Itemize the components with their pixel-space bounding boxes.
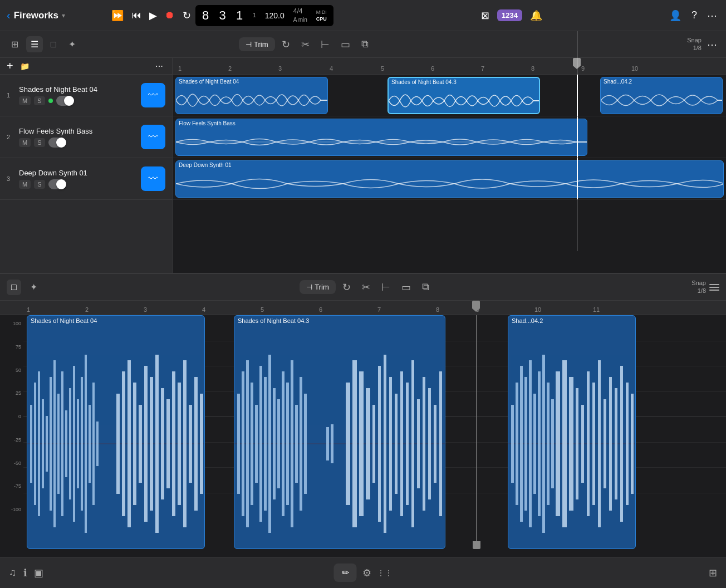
track-number-2: 2 [7,134,14,140]
svg-rect-63 [400,371,403,516]
info-button[interactable]: ℹ [23,567,27,579]
audio-clip-1-3[interactable]: Shad...04.2 [600,77,723,114]
eq-button[interactable]: ⋮⋮ [377,569,393,577]
track-thumb-2[interactable]: 〰 [141,125,165,149]
pencil-button[interactable]: ✏ [334,564,357,582]
record-settings-button[interactable]: ⊠ [479,7,492,24]
volume-knob-2[interactable] [48,138,66,148]
panel-button[interactable]: ▣ [34,567,43,579]
grid-view-button[interactable]: ⊞ [7,36,23,52]
skip-back-button[interactable]: ⏮ [131,9,141,21]
svg-rect-16 [89,405,91,483]
detail-window-button[interactable]: □ [7,280,21,295]
time-display[interactable]: 8 3 1 1 120.0 4/4 A min MIDI CPU [195,5,333,26]
detail-copy-button[interactable]: ⧉ [418,278,434,296]
solo-button-2[interactable]: S [34,138,45,147]
svg-rect-45 [277,399,280,488]
audio-clip-2-1[interactable]: Flow Feels Synth Bass [175,119,587,156]
trim-button[interactable]: ⊣ Trim [239,37,275,51]
detail-select-button[interactable]: ▭ [397,278,415,296]
detail-toolbar-right: Snap 1/8 [691,280,719,294]
header-left: ‹ Fireworks ▾ [7,9,96,22]
window-view-button[interactable]: □ [46,37,61,52]
svg-rect-73 [516,383,518,505]
mute-button-1[interactable]: M [19,96,31,105]
track-lane-2[interactable]: Flow Feels Synth Bass [173,116,726,158]
y-label-75: 75 [2,344,21,350]
detail-ruler[interactable]: 1 2 3 4 5 6 7 8 9 10 11 [0,301,726,315]
copy-button[interactable]: ⧉ [357,36,373,53]
bar-display: 1 [253,12,256,19]
mute-button-3[interactable]: M [19,180,31,189]
audio-clip-3-1[interactable]: Deep Down Synth 01 [175,160,724,198]
more-toolbar-button[interactable]: ⋯ [705,36,719,53]
track-thumb-1[interactable]: 〰 [141,83,165,107]
track-thumb-3[interactable]: 〰 [141,166,165,191]
svg-rect-91 [609,377,612,511]
fast-forward-button[interactable]: ⏩ [111,9,124,22]
settings-button[interactable]: ⚙ [362,567,371,579]
svg-rect-4 [42,399,44,488]
scissors-button[interactable]: ✂ [297,36,314,53]
detail-waveform-area[interactable]: 100 75 50 25 0 -25 -50 -75 -100 Shades o… [0,315,726,549]
record-button[interactable]: ⏺ [165,9,175,21]
loop-button[interactable]: ↻ [183,9,191,22]
track-area: + 📁 ⋯ 1 Shades of Night Beat 04 M S [0,58,726,273]
list-view-button[interactable]: ☰ [26,36,43,52]
svg-rect-1 [30,405,32,483]
key-badge[interactable]: 1234 [497,9,522,21]
mute-button-2[interactable]: M [19,138,31,147]
transport-controls: ⏩ ⏮ ▶ ⏺ ↻ [111,9,191,22]
hamburger-icon[interactable] [709,284,719,291]
bottom-right: ⊞ [709,567,717,579]
back-button[interactable]: ‹ [7,9,11,22]
detail-clip-3[interactable]: Shad...04.2 [508,315,636,549]
volume-knob-1[interactable] [56,96,74,106]
svg-rect-24 [144,366,148,522]
mixer-button[interactable]: ⊞ [709,567,717,579]
play-button[interactable]: ▶ [149,9,157,22]
track-lane-1[interactable]: Shades of Night Beat 04 Shades of Night … [173,75,726,116]
detail-scissors-button[interactable]: ✂ [357,278,375,296]
account-button[interactable]: 👤 [667,7,684,24]
svg-rect-50 [300,377,302,511]
project-dropdown-icon[interactable]: ▾ [62,12,65,19]
loop-tool-button[interactable]: ↻ [277,36,295,53]
svg-rect-33 [194,377,198,511]
detail-clip-2[interactable]: Shades of Night Beat 04.3 [234,315,445,549]
detail-split-button[interactable]: ⊢ [377,278,395,296]
detail-pin-button[interactable]: ✦ [26,279,42,295]
detail-playhead-line [476,315,477,549]
svg-rect-12 [73,366,75,522]
track-lane-3[interactable]: Deep Down Synth 01 [173,158,726,200]
svg-rect-90 [604,399,606,488]
volume-knob-3[interactable] [48,179,66,189]
ruler-mark-1: 1 [178,65,182,72]
track-headers: + 📁 ⋯ 1 Shades of Night Beat 04 M S [0,58,173,273]
more-options-button[interactable]: ⋯ [705,7,719,24]
detail-trim-button[interactable]: ⊣ Trim [300,280,336,294]
pin-button[interactable]: ✦ [64,36,80,52]
library-button[interactable]: ♫ [9,567,17,579]
key-sig-display: 4/4 A min [293,7,307,23]
detail-clip-1[interactable]: Shades of Night Beat 04 [27,315,205,549]
audio-clip-1-1[interactable]: Shades of Night Beat 04 [175,77,328,114]
y-label-n100: -100 [2,507,21,512]
solo-button-1[interactable]: S [34,96,45,105]
metronome-button[interactable]: 🔔 [528,7,544,24]
track-more-button[interactable]: ⋯ [153,60,165,73]
select-button[interactable]: ▭ [336,36,355,53]
detail-waveform-1 [27,327,205,549]
audio-clip-1-2[interactable]: Shades of Night Beat 04.3 [387,77,540,114]
detail-trim-icon: ⊣ [306,283,312,291]
track-folder-button[interactable]: 📁 [18,60,32,73]
timeline-ruler[interactable]: 1 2 3 4 5 6 7 8 9 10 [173,58,726,75]
detail-ruler-mark-7: 7 [377,306,381,313]
help-button[interactable]: ? [689,7,699,23]
split-button[interactable]: ⊢ [316,36,334,53]
solo-button-3[interactable]: S [34,180,45,189]
svg-rect-21 [127,360,131,527]
detail-loop-button[interactable]: ↻ [338,278,355,296]
add-track-button[interactable]: + [7,60,13,72]
svg-rect-34 [200,394,203,494]
